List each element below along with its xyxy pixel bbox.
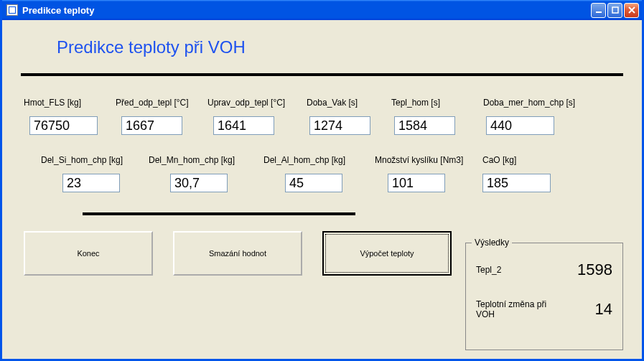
divider-mid <box>83 212 355 215</box>
label-del-mn: Del_Mn_hom_chp [kg] <box>149 155 263 165</box>
label-del-si: Del_Si_hom_chp [kg] <box>41 155 149 165</box>
maximize-icon <box>611 6 620 14</box>
close-icon <box>627 6 636 14</box>
client-area: Predikce teploty při VOH Hmot_FLS [kg] P… <box>2 20 642 359</box>
results-legend: Výsledky <box>472 238 512 248</box>
field-cao: CaO [kg] <box>482 155 576 192</box>
page-title: Predikce teploty při VOH <box>57 37 627 57</box>
label-doba-mer-hom-chp: Doba_mer_hom_chp [s] <box>483 98 589 108</box>
input-hmot-fls[interactable] <box>29 116 98 135</box>
svg-rect-0 <box>596 11 602 13</box>
window-title: Predikce teploty <box>22 5 591 16</box>
field-del-mn: Del_Mn_hom_chp [kg] <box>149 155 263 192</box>
input-doba-vak[interactable] <box>309 116 370 135</box>
titlebar: Predikce teploty <box>2 0 642 20</box>
field-doba-vak: Doba_Vak [s] <box>307 98 391 135</box>
field-hmot-fls: Hmot_FLS [kg] <box>24 98 116 135</box>
app-window: Predikce teploty Predikce teploty při VO… <box>0 0 644 361</box>
input-del-al[interactable] <box>285 174 342 192</box>
minimize-button[interactable] <box>591 3 606 18</box>
field-del-si: Del_Si_hom_chp [kg] <box>41 155 149 192</box>
label-mnozstvi-kysliku: Množství kyslíku [Nm3] <box>375 155 482 165</box>
label-tepl-hom: Tepl_hom [s] <box>391 98 483 108</box>
label-hmot-fls: Hmot_FLS [kg] <box>24 98 116 108</box>
results-group: Výsledky Tepl_2 1598 Teplotní změna při … <box>465 243 623 350</box>
label-del-al: Del_Al_hom_chp [kg] <box>263 155 375 165</box>
input-del-si[interactable] <box>62 174 120 192</box>
field-mnozstvi-kysliku: Množství kyslíku [Nm3] <box>375 155 482 192</box>
label-pred-odp-tepl: Před_odp_tepl [°C] <box>116 98 207 108</box>
result-tepl2-value: 1598 <box>577 261 612 279</box>
app-icon <box>6 4 18 16</box>
input-row-2: Del_Si_hom_chp [kg] Del_Mn_hom_chp [kg] … <box>41 155 627 192</box>
input-mnozstvi-kysliku[interactable] <box>388 174 445 192</box>
field-doba-mer-hom-chp: Doba_mer_hom_chp [s] <box>483 98 589 135</box>
konec-button[interactable]: Konec <box>24 231 153 276</box>
field-del-al: Del_Al_hom_chp [kg] <box>263 155 375 192</box>
input-row-1: Hmot_FLS [kg] Před_odp_tepl [°C] Uprav_o… <box>24 98 627 135</box>
result-tepl-zmena-value: 14 <box>595 300 612 319</box>
button-row: Konec Smazání hodnot Výpočet teploty <box>24 231 452 276</box>
input-uprav-odp-tepl[interactable] <box>213 116 274 135</box>
svg-rect-1 <box>612 7 618 13</box>
vypocet-button[interactable]: Výpočet teploty <box>322 231 452 276</box>
input-tepl-hom[interactable] <box>394 116 455 135</box>
input-pred-odp-tepl[interactable] <box>121 116 182 135</box>
minimize-icon <box>594 6 603 14</box>
field-tepl-hom: Tepl_hom [s] <box>391 98 483 135</box>
result-tepl-zmena-label: Teplotní změna při VOH <box>476 299 548 319</box>
label-doba-vak: Doba_Vak [s] <box>307 98 391 108</box>
maximize-button[interactable] <box>607 3 622 18</box>
label-cao: CaO [kg] <box>482 155 576 165</box>
result-tepl2: Tepl_2 1598 <box>476 261 612 279</box>
window-controls <box>591 3 639 18</box>
field-uprav-odp-tepl: Uprav_odp_tepl [°C] <box>207 98 307 135</box>
input-del-mn[interactable] <box>170 174 228 192</box>
divider-top <box>21 73 623 76</box>
smazani-button[interactable]: Smazání hodnot <box>173 231 302 276</box>
label-uprav-odp-tepl: Uprav_odp_tepl [°C] <box>207 98 307 108</box>
input-doba-mer-hom-chp[interactable] <box>486 116 554 135</box>
close-button[interactable] <box>624 3 639 18</box>
input-cao[interactable] <box>482 174 551 192</box>
result-tepl-zmena: Teplotní změna při VOH 14 <box>476 299 612 319</box>
result-tepl2-label: Tepl_2 <box>476 265 501 275</box>
field-pred-odp-tepl: Před_odp_tepl [°C] <box>116 98 207 135</box>
